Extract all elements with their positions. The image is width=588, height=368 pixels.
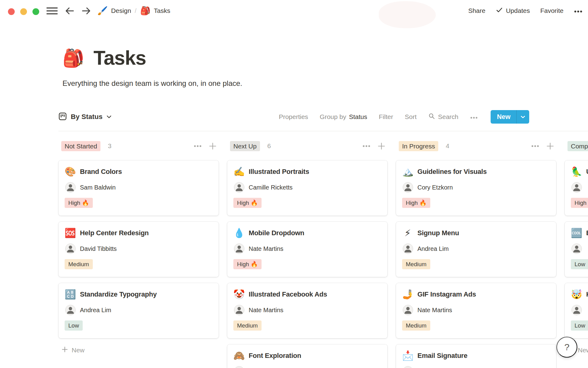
priority-badge: High 🔥 [233,198,262,208]
task-card[interactable]: ⚡Signup MenuAndrea LimMedium [396,222,556,277]
task-card[interactable]: 📩Email Signature [396,344,556,368]
card-emoji-icon: 🦜 [571,167,582,177]
help-button[interactable]: ? [556,337,577,358]
question-mark-icon: ? [564,342,570,352]
card-emoji-icon: 🙈 [233,351,244,361]
page-description[interactable]: Everything the design team is working on… [62,79,242,88]
ellipsis-icon [574,7,582,14]
sort-button[interactable]: Sort [405,113,417,121]
column-add-button[interactable] [377,142,386,150]
zoom-window-button[interactable] [32,8,39,15]
column-status-badge[interactable]: Not Started [61,141,100,151]
priority-badge: High 🔥 [233,259,262,269]
new-button[interactable]: New [491,110,516,124]
card-assignee: Andrea Lim [402,243,550,254]
card-title-row: ⚡Signup Menu [402,228,550,238]
card-title: Illustrated Portraits [249,168,309,176]
breadcrumb-item-tasks[interactable]: 🎒 Tasks [140,7,170,15]
task-card[interactable]: 🙈Font Exploration [227,344,387,368]
column-more-button[interactable] [531,145,539,148]
column-actions [362,142,386,150]
avatar [65,305,76,315]
new-button-group: New [491,110,529,124]
card-assignee: Nate Martins [233,305,381,315]
favorite-button[interactable]: Favorite [540,7,564,14]
board-column: In Progress4🏔️Guidelines for VisualsCory… [396,141,556,368]
filter-button[interactable]: Filter [379,113,393,121]
card-assignee: David Tibbitts [65,243,213,254]
properties-button[interactable]: Properties [279,113,308,121]
task-card[interactable]: 🔠Standardize TypographyAndrea LimLow [58,283,219,338]
task-card[interactable]: 🎨Brand ColorsSam BaldwinHigh 🔥 [58,160,219,216]
chevron-down-icon [107,114,111,120]
avatar [403,243,413,254]
card-title-row: 📩Email Signature [402,351,550,361]
column-count: 4 [446,142,449,150]
card-emoji-icon: 🎨 [65,167,76,177]
card-title-row: 🎨Brand Colors [65,167,213,177]
updates-button[interactable]: Updates [496,6,530,15]
card-assignee: Cory Etzkorn [402,182,550,193]
column-status-badge[interactable]: Next Up [230,141,260,151]
column-cards: 🏔️Guidelines for VisualsCory EtzkornHigh… [396,160,556,368]
card-title-row: 🤯H [571,289,588,300]
card-emoji-icon: ✍️ [233,167,244,177]
card-title: Illustrated Facebook Ads [249,290,327,298]
card-title-row: 🏔️Guidelines for Visuals [402,167,550,177]
column-more-button[interactable] [362,145,371,148]
share-button[interactable]: Share [468,7,485,14]
column-add-button[interactable] [546,142,554,150]
task-card[interactable]: 🆒ELow [565,222,588,277]
column-more-button[interactable] [194,145,202,148]
card-title-row: 🤡Illustrated Facebook Ads [233,289,381,300]
back-button[interactable] [64,6,75,17]
task-card[interactable]: ✍️Illustrated PortraitsCamille RickettsH… [227,160,387,216]
view-switcher[interactable]: By Status [58,112,111,122]
more-options-button[interactable] [574,7,582,14]
toolbar-actions: Properties Group by Status Filter Sort S… [279,110,529,124]
breadcrumb-item-design[interactable]: 🖌️ Design [97,7,131,15]
assignee-name: Nate Martins [417,307,452,314]
card-title-row: 🤳GIF Instagram Ads [402,289,550,300]
task-card[interactable]: 💧Mobile DropdownNate MartinsHigh 🔥 [227,222,387,277]
highlight-artifact [379,1,436,28]
kanban-board: Not Started3🎨Brand ColorsSam BaldwinHigh… [58,131,588,368]
column-cards: ✍️Illustrated PortraitsCamille RickettsH… [227,160,387,368]
task-card[interactable]: 🤯HLow [565,283,588,338]
page-title[interactable]: Tasks [93,47,146,69]
column-add-button[interactable] [209,142,217,150]
card-emoji-icon: 🆒 [571,228,582,238]
task-card[interactable]: 🏔️Guidelines for VisualsCory EtzkornHigh… [396,160,556,216]
priority-badge: Medium [402,320,430,331]
column-status-badge[interactable]: In Progress [399,141,438,151]
search-button[interactable]: Search [428,113,458,121]
task-card[interactable]: 🦜UHigh 🔥 [565,160,588,216]
group-by-button[interactable]: Group by Status [320,113,367,121]
forward-button[interactable] [81,6,92,17]
card-title-row: ✍️Illustrated Portraits [233,167,381,177]
card-title-row: 🆘Help Center Redesign [65,228,213,238]
avatar [571,182,582,193]
add-card-label: New [578,347,588,354]
avatar [234,182,244,193]
task-card[interactable]: 🤡Illustrated Facebook AdsNate MartinsMed… [227,283,387,338]
search-icon [428,113,435,121]
task-card[interactable]: 🆘Help Center RedesignDavid TibbittsMediu… [58,222,219,277]
view-more-button[interactable] [470,113,478,121]
add-card-button[interactable]: New [58,346,219,354]
column-status-badge[interactable]: Completed [567,141,588,151]
breadcrumb-label: Tasks [154,7,170,14]
priority-badge: Low [571,320,588,331]
assignee-name: Andrea Lim [417,245,449,252]
avatar [65,182,76,193]
close-window-button[interactable] [8,8,15,15]
sidebar-menu-button[interactable] [46,7,58,16]
breadcrumb: 🖌️ Design / 🎒 Tasks [97,0,170,21]
card-emoji-icon: 🏔️ [402,167,413,177]
card-assignee: Nate Martins [402,305,550,315]
minimize-window-button[interactable] [20,8,27,15]
new-dropdown-button[interactable] [516,110,529,124]
priority-badge: High 🔥 [65,198,93,208]
page-backpack-icon[interactable]: 🎒 [62,49,84,67]
task-card[interactable]: 🤳GIF Instagram AdsNate MartinsMedium [396,283,556,338]
